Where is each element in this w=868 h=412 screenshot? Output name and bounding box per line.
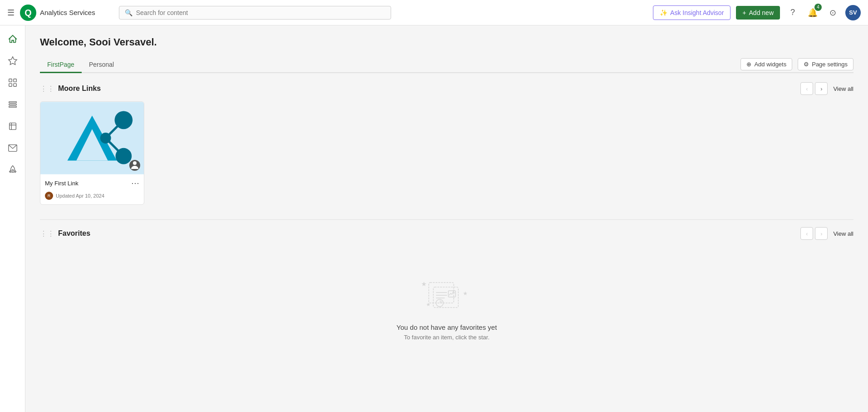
tabs-bar: FirstPage Personal ⊕ Add widgets ⚙ Page … <box>40 57 853 73</box>
favorites-prev[interactable]: ‹ <box>800 227 813 240</box>
tab-right-actions: ⊕ Add widgets ⚙ Page settings <box>740 58 853 72</box>
plus-icon: + <box>742 9 746 16</box>
add-widgets-label: Add widgets <box>754 61 786 68</box>
add-new-button[interactable]: + Add new <box>736 6 780 20</box>
svg-rect-5 <box>9 84 11 86</box>
card-user-badge <box>129 160 140 171</box>
apps-grid-button[interactable]: ⊙ <box>825 5 840 20</box>
collections-icon <box>8 99 18 109</box>
user-avatar[interactable]: SV <box>845 5 861 20</box>
moore-links-nav: ‹ › View all <box>800 82 853 95</box>
email-icon <box>8 143 18 153</box>
search-input[interactable] <box>136 9 385 16</box>
card-updated: Updated Apr 10, 2024 <box>56 193 104 199</box>
section-divider <box>40 219 853 220</box>
sidebar-item-alerts[interactable] <box>3 116 23 136</box>
svg-rect-7 <box>9 102 16 103</box>
sidebar-item-catalog[interactable] <box>3 73 23 93</box>
favorites-drag-handle-icon[interactable]: ⋮⋮ <box>40 229 54 238</box>
settings-icon: ⚙ <box>804 61 809 68</box>
sidebar-item-subscriptions[interactable] <box>3 138 23 158</box>
favorites-empty-state: ★ ★ ★ You do not have any favorites yet … <box>40 246 853 368</box>
sidebar <box>0 25 25 412</box>
svg-text:★: ★ <box>463 290 468 297</box>
svg-text:Q: Q <box>25 8 31 18</box>
svg-rect-8 <box>9 104 16 105</box>
moore-links-title: Moore Links <box>58 84 101 93</box>
svg-text:★: ★ <box>426 302 431 307</box>
card-my-first-link[interactable]: My First Link ⋯ R Updated Apr 10, 2024 <box>40 101 144 205</box>
svg-rect-9 <box>9 106 16 108</box>
moore-links-header: ⋮⋮ Moore Links ‹ › View all <box>40 82 853 95</box>
card-meta-row: R Updated Apr 10, 2024 <box>40 192 144 204</box>
moore-links-viewall[interactable]: View all <box>833 85 853 92</box>
help-button[interactable]: ? <box>785 5 800 20</box>
app-name: Analytics Services <box>40 9 95 16</box>
favorites-empty-icon: ★ ★ ★ <box>420 273 474 316</box>
card-info-row: My First Link ⋯ <box>40 174 144 192</box>
home-icon <box>8 34 18 44</box>
plus-circle-icon: ⊕ <box>746 61 751 68</box>
help-icon: ? <box>790 8 795 17</box>
insight-label: Ask Insight Advisor <box>670 9 724 16</box>
card-more-button[interactable]: ⋯ <box>131 178 139 188</box>
svg-rect-4 <box>13 79 16 82</box>
topnav-right-actions: ✨ Ask Insight Advisor + Add new ? 🔔 4 ⊙ … <box>653 5 861 20</box>
add-widgets-button[interactable]: ⊕ Add widgets <box>740 58 792 70</box>
notification-badge: 4 <box>814 4 822 11</box>
addnew-label: Add new <box>749 9 774 16</box>
sidebar-item-collections[interactable] <box>3 94 23 114</box>
topnav: ☰ Q Analytics Services 🔍 ✨ Ask Insight A… <box>0 0 868 25</box>
favorites-empty-title: You do not have any favorites yet <box>397 323 497 331</box>
moore-links-section: ⋮⋮ Moore Links ‹ › View all <box>40 82 853 205</box>
layout: Welcome, Sooi Versavel. FirstPage Person… <box>0 25 868 412</box>
svg-rect-10 <box>9 123 16 130</box>
favorites-nav: ‹ › View all <box>800 227 853 240</box>
hamburger-menu[interactable]: ☰ <box>7 8 15 18</box>
svg-point-23 <box>133 161 137 165</box>
search-bar[interactable]: 🔍 <box>119 6 391 20</box>
card-owner-avatar: R <box>45 192 53 200</box>
favorites-title: Favorites <box>58 229 90 238</box>
empty-favorites-svg: ★ ★ ★ <box>420 273 474 314</box>
alerts-icon <box>8 121 18 131</box>
sidebar-item-automations[interactable] <box>3 160 23 180</box>
moore-links-prev[interactable]: ‹ <box>800 82 813 95</box>
svg-rect-3 <box>9 79 11 82</box>
qlik-logo-icon: Q <box>20 5 36 21</box>
page-settings-button[interactable]: ⚙ Page settings <box>798 58 853 70</box>
star-icon <box>8 56 18 66</box>
catalog-icon <box>8 78 18 88</box>
rocket-icon <box>8 165 18 175</box>
drag-handle-icon[interactable]: ⋮⋮ <box>40 84 54 93</box>
card-name: My First Link <box>45 180 78 187</box>
page-settings-label: Page settings <box>812 61 848 68</box>
card-thumb-svg <box>40 102 144 174</box>
tab-firstpage[interactable]: FirstPage <box>40 57 82 73</box>
sidebar-item-starred[interactable] <box>3 51 23 71</box>
insight-advisor-button[interactable]: ✨ Ask Insight Advisor <box>653 5 731 20</box>
grid-icon: ⊙ <box>829 8 836 18</box>
card-thumbnail <box>40 102 144 174</box>
welcome-heading: Welcome, Sooi Versavel. <box>40 36 853 48</box>
svg-marker-2 <box>8 57 16 65</box>
main-content: Welcome, Sooi Versavel. FirstPage Person… <box>25 25 868 412</box>
moore-links-next[interactable]: › <box>815 82 828 95</box>
user-icon <box>129 160 140 171</box>
favorites-empty-sub: To favorite an item, click the star. <box>404 334 490 341</box>
tab-personal[interactable]: Personal <box>82 57 121 73</box>
svg-rect-6 <box>13 84 16 86</box>
svg-point-14 <box>12 169 14 171</box>
insight-icon: ✨ <box>660 9 667 16</box>
moore-links-cards: My First Link ⋯ R Updated Apr 10, 2024 <box>40 101 853 205</box>
svg-text:★: ★ <box>421 280 427 288</box>
favorites-header: ⋮⋮ Favorites ‹ › View all <box>40 227 853 240</box>
notifications-button[interactable]: 🔔 4 <box>805 5 820 20</box>
app-logo[interactable]: Q Analytics Services <box>20 5 95 21</box>
favorites-section: ⋮⋮ Favorites ‹ › View all <box>40 227 853 368</box>
search-icon: 🔍 <box>125 9 132 16</box>
favorites-viewall[interactable]: View all <box>833 230 853 237</box>
sidebar-item-home[interactable] <box>3 29 23 49</box>
favorites-next[interactable]: › <box>815 227 828 240</box>
